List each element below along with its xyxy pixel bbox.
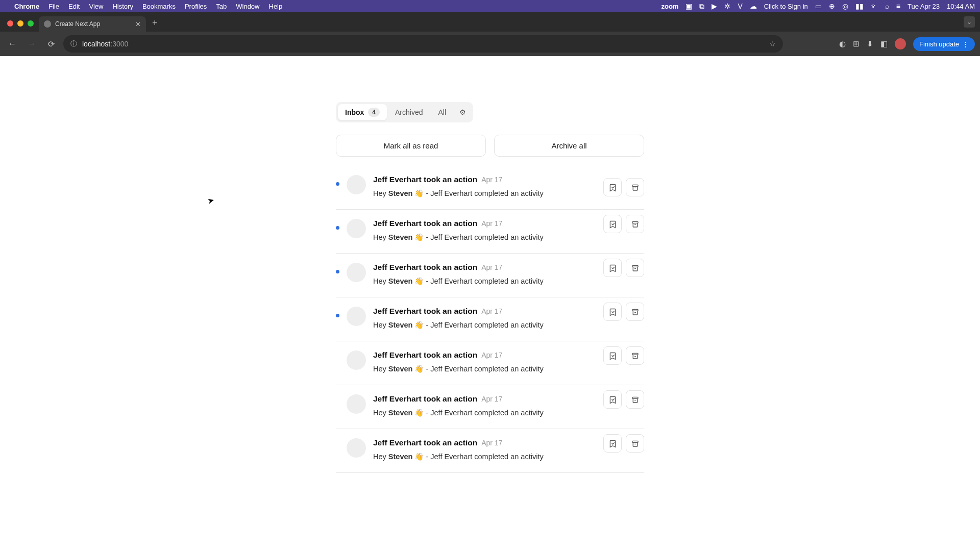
- menubar-item[interactable]: View: [89, 3, 103, 10]
- menubar-item[interactable]: Tab: [216, 3, 227, 10]
- notification-item[interactable]: Jeff Everhart took an actionApr 17Hey St…: [336, 429, 644, 473]
- notification-title: Jeff Everhart took an action: [373, 394, 477, 404]
- minimize-window-button[interactable]: [17, 20, 23, 27]
- video-icon[interactable]: ▶: [712, 2, 717, 10]
- notification-item[interactable]: Jeff Everhart took an actionApr 17Hey St…: [336, 254, 644, 297]
- menubar-item[interactable]: File: [48, 3, 59, 10]
- record-icon[interactable]: ◎: [842, 2, 848, 10]
- notification-description: Hey Steven 👋 - Jeff Everhart completed a…: [373, 409, 644, 417]
- address-bar[interactable]: ⓘ localhost:3000 ☆: [63, 35, 783, 53]
- notification-item[interactable]: Jeff Everhart took an actionApr 17Hey St…: [336, 341, 644, 385]
- archive-button[interactable]: [626, 346, 644, 365]
- notifications-panel: Inbox 4 Archived All ⚙ Mark all as read …: [336, 102, 644, 473]
- notification-title: Jeff Everhart took an action: [373, 263, 477, 272]
- fan-icon[interactable]: ✲: [724, 2, 730, 10]
- mark-read-button[interactable]: [603, 434, 622, 453]
- zoom-menubar-label[interactable]: zoom: [661, 3, 678, 10]
- menubar-item[interactable]: Help: [269, 3, 283, 10]
- notification-item[interactable]: Jeff Everhart took an actionApr 17Hey St…: [336, 210, 644, 254]
- close-window-button[interactable]: [7, 20, 13, 27]
- v-icon[interactable]: V: [738, 2, 742, 10]
- notification-date: Apr 17: [481, 219, 502, 228]
- avatar: [347, 307, 366, 326]
- bookmark-check-icon: [608, 352, 617, 360]
- avatar: [347, 219, 366, 238]
- search-icon[interactable]: ⌕: [885, 2, 889, 10]
- profile-avatar-icon[interactable]: [895, 38, 906, 49]
- menubar-item[interactable]: Profiles: [185, 3, 207, 10]
- menubar-time[interactable]: 10:44 AM: [947, 3, 975, 10]
- forward-button[interactable]: →: [24, 39, 39, 48]
- notification-description: Hey Steven 👋 - Jeff Everhart completed a…: [373, 321, 644, 330]
- archive-icon: [631, 264, 640, 272]
- bookmark-check-icon: [608, 308, 617, 316]
- mark-read-button[interactable]: [603, 215, 622, 233]
- back-button[interactable]: ←: [5, 39, 19, 48]
- archive-all-label: Archive all: [551, 141, 586, 150]
- notification-item[interactable]: Jeff Everhart took an actionApr 17Hey St…: [336, 173, 644, 210]
- archive-all-button[interactable]: Archive all: [494, 135, 644, 157]
- archive-button[interactable]: [626, 390, 644, 409]
- unread-dot-icon: [336, 270, 339, 273]
- new-tab-button[interactable]: +: [146, 18, 164, 32]
- archive-icon: [631, 439, 640, 448]
- mark-read-button[interactable]: [603, 390, 622, 409]
- unread-dot-icon: [336, 226, 339, 230]
- notification-date: Apr 17: [481, 176, 502, 184]
- archive-button[interactable]: [626, 259, 644, 277]
- finish-update-button[interactable]: Finish update ⋮: [913, 37, 975, 51]
- signin-label[interactable]: Click to Sign in: [764, 3, 808, 10]
- menubar-item[interactable]: Edit: [68, 3, 80, 10]
- tab-title: Create Next App: [55, 20, 100, 28]
- menubar-item[interactable]: History: [112, 3, 133, 10]
- unread-dot-icon: [336, 314, 339, 317]
- signin-icon[interactable]: ☁: [750, 2, 757, 10]
- chrome-tabstrip: Create Next App ✕ + ⌄: [0, 12, 980, 32]
- mark-read-button[interactable]: [603, 178, 622, 196]
- bookmark-check-icon: [608, 439, 617, 448]
- close-tab-icon[interactable]: ✕: [135, 20, 141, 28]
- gear-icon: ⚙: [459, 108, 466, 116]
- notification-item[interactable]: Jeff Everhart took an actionApr 17Hey St…: [336, 385, 644, 429]
- mark-read-button[interactable]: [603, 346, 622, 365]
- menubar-app-name[interactable]: Chrome: [14, 3, 39, 10]
- tab-inbox[interactable]: Inbox 4: [338, 104, 387, 120]
- extension-icon[interactable]: ◐: [839, 39, 846, 48]
- archive-button[interactable]: [626, 215, 644, 233]
- tab-all[interactable]: All: [431, 105, 454, 120]
- maximize-window-button[interactable]: [28, 20, 34, 27]
- url-host: localhost: [82, 40, 110, 48]
- bookmark-star-icon[interactable]: ☆: [769, 40, 776, 48]
- mark-read-button[interactable]: [603, 303, 622, 321]
- downloads-icon[interactable]: ⬇: [867, 39, 873, 48]
- mark-read-button[interactable]: [603, 259, 622, 277]
- archive-button[interactable]: [626, 434, 644, 453]
- tabs-dropdown-button[interactable]: ⌄: [964, 16, 975, 28]
- tab-archived[interactable]: Archived: [388, 105, 430, 120]
- notification-list: Jeff Everhart took an actionApr 17Hey St…: [336, 173, 644, 473]
- camera-icon[interactable]: ⧉: [699, 2, 704, 11]
- browser-tab[interactable]: Create Next App ✕: [39, 16, 146, 32]
- notification-item[interactable]: Jeff Everhart took an actionApr 17Hey St…: [336, 297, 644, 341]
- menubar-item[interactable]: Window: [236, 3, 259, 10]
- menubar-date[interactable]: Tue Apr 23: [908, 3, 940, 10]
- tab-archived-label: Archived: [395, 108, 423, 116]
- bookmark-check-icon: [608, 183, 617, 192]
- reload-button[interactable]: ⟳: [44, 39, 58, 49]
- wifi-icon[interactable]: ᯤ: [871, 2, 878, 10]
- display-icon[interactable]: ▭: [815, 2, 822, 10]
- menubar-item[interactable]: Bookmarks: [142, 3, 176, 10]
- filter-tabs: Inbox 4 Archived All ⚙: [336, 102, 473, 122]
- notification-date: Apr 17: [481, 263, 502, 271]
- archive-button[interactable]: [626, 303, 644, 321]
- mark-all-read-button[interactable]: Mark all as read: [336, 135, 486, 157]
- control-center-icon[interactable]: ≡: [896, 2, 900, 10]
- archive-button[interactable]: [626, 178, 644, 196]
- sidepanel-icon[interactable]: ◧: [880, 39, 888, 48]
- extensions-puzzle-icon[interactable]: ⊞: [853, 39, 860, 48]
- screen-share-icon[interactable]: ▣: [685, 2, 692, 10]
- globe-icon[interactable]: ⊕: [829, 2, 835, 10]
- site-info-icon[interactable]: ⓘ: [70, 39, 77, 48]
- battery-icon[interactable]: ▮▮: [855, 2, 864, 10]
- settings-button[interactable]: ⚙: [454, 105, 471, 120]
